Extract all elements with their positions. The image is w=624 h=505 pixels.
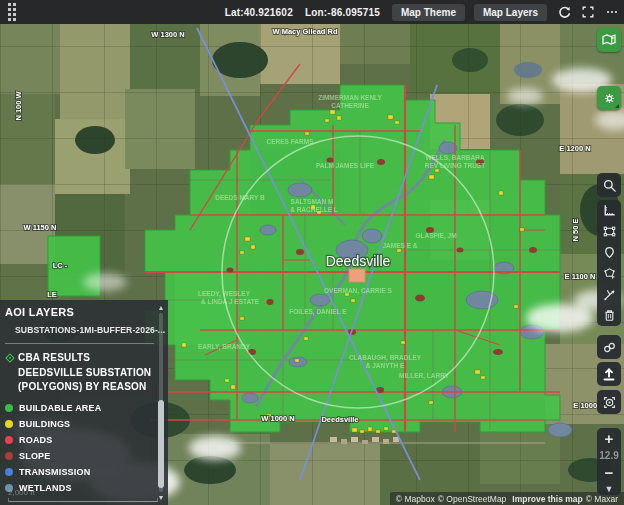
- parcel-label: & RACHELLE L: [290, 206, 338, 213]
- parcel-label: FOILES, DANIEL E: [289, 308, 347, 316]
- ruler-icon: [602, 203, 617, 218]
- map-layers-button[interactable]: Map Layers: [474, 4, 547, 21]
- draw-point-button[interactable]: [597, 242, 621, 263]
- map-scale: 2,000 ft: [8, 488, 158, 502]
- legend-item[interactable]: SLOPE: [5, 448, 154, 464]
- road-label: W 1150 N: [24, 223, 57, 232]
- locate-button[interactable]: [597, 390, 621, 414]
- zoom-control: + 12.9 − ▼: [597, 428, 621, 495]
- aoi-layer-item[interactable]: CBA RESULTS DEEDSVILLE SUBSTATION (POLYG…: [5, 351, 154, 395]
- legend-color-dot: [5, 436, 13, 444]
- legend-color-dot: [5, 404, 13, 412]
- osm-attribution-link[interactable]: © OpenStreetMap: [438, 494, 507, 504]
- combine-features-button[interactable]: [597, 335, 621, 359]
- panel-divider: [5, 343, 154, 344]
- parcel-label: OVERMAN, CARRIE S: [324, 287, 393, 295]
- refresh-icon[interactable]: [556, 4, 572, 20]
- legend-label: ROADS: [19, 435, 53, 445]
- top-toolbar: Lat:40.921602 Lon:-86.095715 Map Theme M…: [0, 0, 624, 24]
- aoi-panel-title: AOI LAYERS: [5, 306, 154, 318]
- split-line-button[interactable]: [597, 284, 621, 305]
- link-circles-icon: [602, 340, 617, 355]
- maxar-attribution-link[interactable]: © Maxar: [586, 494, 618, 504]
- town-center-marker: [349, 269, 365, 282]
- road-label: E 1100 N: [565, 272, 596, 281]
- gis-map-app: { "header": { "lat": "Lat:40.921602", "l…: [0, 0, 624, 505]
- latitude-readout: Lat:40.921602: [225, 7, 293, 18]
- upload-button[interactable]: [597, 362, 621, 386]
- legend-item[interactable]: TRANSMISSION: [5, 464, 154, 480]
- parcel-label: WELLS, BARBARA: [425, 154, 485, 162]
- map-attribution: © Mapbox © OpenStreetMap Improve this ma…: [390, 492, 624, 505]
- edit-polygon-button[interactable]: [597, 263, 621, 284]
- parcel-label: & JANYTH E: [366, 362, 405, 369]
- parcel-label: CLABAUGH, BRADLEY: [349, 354, 422, 362]
- upload-icon: [601, 366, 617, 382]
- legend-item[interactable]: BUILDINGS: [5, 416, 154, 432]
- draw-rectangle-button[interactable]: [597, 221, 621, 242]
- aoi-layers-panel: AOI LAYERS SUBSTATIONS-1MI-BUFFER-2026-.…: [0, 300, 168, 505]
- scroll-thumb[interactable]: [158, 400, 164, 488]
- legend-item[interactable]: ROADS: [5, 432, 154, 448]
- parcel-label: MILLER, LARRY: [399, 372, 450, 380]
- parcel-label: GLASPIE, JM: [415, 232, 456, 240]
- drag-handle-icon[interactable]: [8, 3, 16, 21]
- layer-diamond-icon: [5, 353, 15, 368]
- town-label: Deedsville: [326, 253, 391, 269]
- parcel-label: ZIMMERMAN KENLY: [318, 94, 382, 101]
- aoi-layer-name: CBA RESULTS DEEDSVILLE SUBSTATION (POLYG…: [18, 352, 151, 392]
- delete-button[interactable]: [597, 305, 621, 326]
- improve-map-link[interactable]: Improve this map: [512, 494, 582, 504]
- collapse-caret-icon[interactable]: ▼: [605, 482, 614, 495]
- panel-scrollbar[interactable]: ▲ ▼: [157, 304, 165, 501]
- rectangle-select-icon: [602, 224, 617, 239]
- trash-icon: [602, 308, 617, 323]
- road-label: LC -: [53, 261, 68, 270]
- zoom-out-button[interactable]: −: [597, 462, 621, 482]
- map-theme-button[interactable]: Map Theme: [392, 4, 465, 21]
- parcel-label: CATHERINE: [331, 102, 369, 109]
- legend-list: BUILDABLE AREABUILDINGSROADSSLOPETRANSMI…: [5, 400, 154, 496]
- legend-label: SLOPE: [19, 451, 51, 461]
- scale-label: 2,000 ft: [8, 488, 158, 497]
- analysis-layers-button[interactable]: [597, 86, 621, 110]
- fullscreen-icon[interactable]: [580, 4, 596, 20]
- parcel-label: LEEDY, WESLEY: [198, 290, 251, 298]
- road-label: W 1300 N: [151, 30, 184, 39]
- parcel-label: EARLY, BRANDY: [198, 343, 251, 351]
- dropdown-corner-icon: [615, 104, 619, 108]
- mapbox-attribution-link[interactable]: © Mapbox: [396, 494, 435, 504]
- draw-tools-group: [597, 200, 621, 326]
- parcel-label: DEEDS MARY B: [215, 194, 265, 201]
- road-label: N 50 E: [571, 219, 580, 242]
- road-label: LE: [47, 290, 57, 299]
- road-label: N 100 W: [14, 90, 23, 120]
- road-label: W Macy Gilead Rd: [272, 27, 337, 36]
- zoom-level-readout: 12.9: [599, 448, 618, 462]
- search-icon: [602, 178, 617, 193]
- scroll-up-icon[interactable]: ▲: [157, 304, 165, 311]
- parcel-label: PALM JAMES LIFE: [316, 162, 375, 169]
- legend-label: BUILDABLE AREA: [19, 403, 101, 413]
- search-map-button[interactable]: [597, 173, 621, 197]
- legend-color-dot: [5, 452, 13, 460]
- parcel-label: JAMES E &: [382, 242, 417, 249]
- parcel-label: & LINDA J ESTATE: [201, 298, 260, 305]
- parcel-label: SALTSMAN M: [291, 198, 334, 205]
- scroll-down-icon[interactable]: ▼: [157, 494, 165, 501]
- road-label: W 1000 N: [261, 414, 294, 423]
- parcel-label: REV LIVING TRUST: [425, 162, 485, 169]
- more-options-icon[interactable]: [604, 4, 620, 20]
- legend-label: BUILDINGS: [19, 419, 70, 429]
- zoom-in-button[interactable]: +: [597, 428, 621, 448]
- legend-item[interactable]: BUILDABLE AREA: [5, 400, 154, 416]
- aoi-sublayer[interactable]: SUBSTATIONS-1MI-BUFFER-2026-...: [15, 325, 154, 335]
- longitude-readout: Lon:-86.095715: [305, 7, 380, 18]
- aoi-tools-button[interactable]: [597, 28, 621, 52]
- measure-button[interactable]: [597, 200, 621, 221]
- legend-color-dot: [5, 420, 13, 428]
- polygon-edit-icon: [602, 266, 617, 281]
- split-line-icon: [602, 287, 617, 302]
- scale-bar: [8, 498, 158, 502]
- legend-color-dot: [5, 468, 13, 476]
